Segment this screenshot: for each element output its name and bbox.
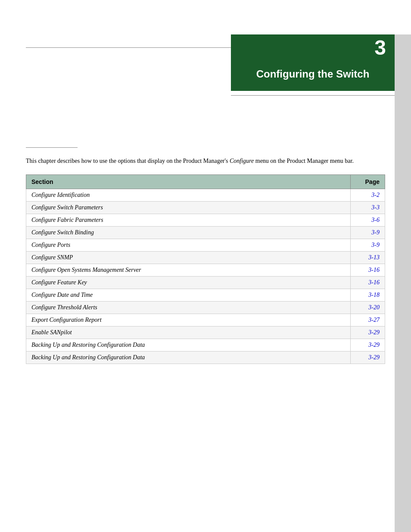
table-cell-section: Configure Identification — [26, 189, 351, 202]
table-row: Configure Date and Time3-18 — [26, 289, 385, 302]
chapter-header: 3 Configuring the Switch — [0, 34, 395, 96]
bottom-rule — [231, 95, 395, 96]
table-header-page: Page — [351, 175, 385, 189]
chapter-number-box: 3 — [231, 34, 395, 60]
table-cell-section: Configure Threshold Alerts — [26, 302, 351, 314]
table-cell-section: Configure Fabric Parameters — [26, 214, 351, 227]
table-cell-page: 3-27 — [351, 314, 385, 327]
chapter-number: 3 — [374, 36, 386, 59]
table-row: Backing Up and Restoring Configuration D… — [26, 352, 385, 364]
table-row: Configure Threshold Alerts3-20 — [26, 302, 385, 314]
table-row: Configure Ports3-9 — [26, 239, 385, 252]
table-row: Configure SNMP3-13 — [26, 252, 385, 264]
table-row: Configure Identification3-2 — [26, 189, 385, 202]
right-sidebar — [395, 34, 411, 532]
table-cell-section: Configure Ports — [26, 239, 351, 252]
table-cell-section: Enable SANpilot — [26, 327, 351, 339]
table-cell-page: 3-18 — [351, 289, 385, 302]
table-cell-section: Configure Open Systems Management Server — [26, 264, 351, 277]
table-row: Configure Feature Key3-16 — [26, 277, 385, 289]
table-cell-section: Configure SNMP — [26, 252, 351, 264]
table-row: Configure Switch Binding3-9 — [26, 227, 385, 239]
table-cell-section: Backing Up and Restoring Configuration D… — [26, 352, 351, 364]
page-container: 3 Configuring the Switch This chapter de… — [0, 34, 411, 532]
table-cell-page: 3-20 — [351, 302, 385, 314]
toc-table: Section Page Configure Identification3-2… — [26, 174, 385, 364]
table-cell-section: Backing Up and Restoring Configuration D… — [26, 339, 351, 352]
chapter-title-box: Configuring the Switch — [231, 60, 395, 91]
main-content: This chapter describes how to use the op… — [26, 147, 385, 364]
top-rule-left — [26, 47, 231, 48]
table-row: Configure Switch Parameters3-3 — [26, 202, 385, 214]
table-cell-page: 3-9 — [351, 227, 385, 239]
left-decorative-rule — [26, 147, 78, 148]
table-cell-page: 3-3 — [351, 202, 385, 214]
table-cell-page: 3-16 — [351, 277, 385, 289]
table-cell-page: 3-9 — [351, 239, 385, 252]
table-cell-section: Configure Switch Parameters — [26, 202, 351, 214]
table-row: Configure Fabric Parameters3-6 — [26, 214, 385, 227]
table-cell-section: Configure Date and Time — [26, 289, 351, 302]
table-cell-section: Configure Switch Binding — [26, 227, 351, 239]
table-cell-section: Export Configuration Report — [26, 314, 351, 327]
table-row: Export Configuration Report3-27 — [26, 314, 385, 327]
table-row: Backing Up and Restoring Configuration D… — [26, 339, 385, 352]
table-cell-page: 3-6 — [351, 214, 385, 227]
intro-paragraph: This chapter describes how to use the op… — [26, 156, 385, 166]
table-cell-section: Configure Feature Key — [26, 277, 351, 289]
table-cell-page: 3-29 — [351, 327, 385, 339]
table-cell-page: 3-2 — [351, 189, 385, 202]
table-row: Enable SANpilot3-29 — [26, 327, 385, 339]
table-cell-page: 3-29 — [351, 352, 385, 364]
table-row: Configure Open Systems Management Server… — [26, 264, 385, 277]
table-cell-page: 3-29 — [351, 339, 385, 352]
table-header-section: Section — [26, 175, 351, 189]
table-cell-page: 3-13 — [351, 252, 385, 264]
table-cell-page: 3-16 — [351, 264, 385, 277]
chapter-title: Configuring the Switch — [240, 68, 386, 80]
